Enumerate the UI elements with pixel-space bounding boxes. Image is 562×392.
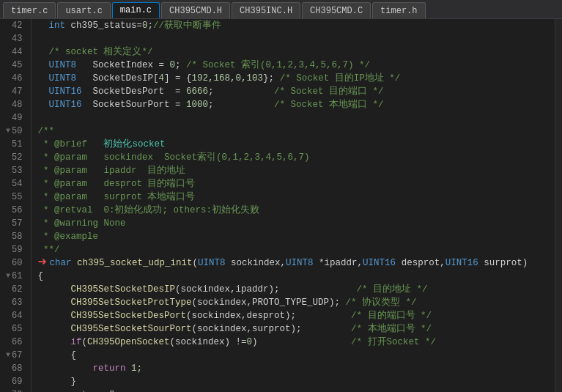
- line-number-69: 69: [6, 375, 25, 388]
- line-number-65: 65: [6, 322, 25, 336]
- line-number-44: 44: [6, 45, 25, 59]
- code-line-59: **/: [37, 243, 549, 256]
- code-line-70: return 0;: [37, 388, 549, 392]
- tab-timer-h[interactable]: timer.h: [372, 2, 425, 18]
- line-number-56: 56: [6, 204, 25, 217]
- code-line-64: CH395SetSocketDesPort(sockindex,desprot)…: [37, 309, 549, 322]
- line-number-53: 53: [6, 164, 25, 177]
- tab-ch395inc-h[interactable]: CH395INC.H: [232, 2, 300, 18]
- line-numbers: 4243444546474849▼5051525354555657585960▼…: [0, 19, 32, 392]
- code-line-56: * @retval 0:初始化成功; others:初始化失败: [37, 204, 549, 217]
- line-number-54: 54: [6, 177, 25, 191]
- line-number-42: 42: [6, 19, 25, 32]
- code-line-52: * @param sockindex Socket索引(0,1,2,3,4,5,…: [37, 151, 549, 164]
- tab-usart-c[interactable]: usart.c: [57, 2, 110, 18]
- line-number-43: 43: [6, 32, 25, 45]
- code-line-63: CH395SetSocketProtType(sockindex,PROTO_T…: [37, 296, 549, 309]
- code-line-44: /* socket 相关定义*/: [37, 45, 549, 59]
- code-content: int ch395_status=0;//获取中断事件 /* socket 相关…: [32, 19, 555, 392]
- line-number-60: 60: [6, 256, 25, 270]
- line-number-63: 63: [6, 296, 25, 309]
- code-line-69: }: [37, 375, 549, 388]
- code-line-42: int ch395_status=0;//获取中断事件: [37, 19, 549, 32]
- code-line-55: * @param surprot 本地端口号: [37, 191, 549, 204]
- code-line-62: CH395SetSocketDesIP(sockindex,ipaddr); /…: [37, 283, 549, 296]
- line-number-50: ▼50: [6, 125, 25, 138]
- line-number-59: 59: [6, 243, 25, 256]
- code-line-43: [37, 32, 549, 45]
- code-line-65: CH395SetSocketSourPort(sockindex,surprot…: [37, 322, 549, 336]
- line-number-57: 57: [6, 217, 25, 230]
- tab-main-c[interactable]: main.c: [112, 2, 160, 18]
- code-line-45: UINT8 SocketIndex = 0; /* Socket 索引(0,1,…: [37, 59, 549, 72]
- code-line-67: {: [37, 349, 549, 362]
- line-number-62: 62: [6, 283, 25, 296]
- scrollbar[interactable]: [555, 19, 562, 392]
- code-line-49: [37, 111, 549, 125]
- code-line-51: * @brief 初始化socket: [37, 138, 549, 151]
- tab-ch395cmd-h[interactable]: CH395CMD.H: [161, 2, 230, 18]
- code-line-47: UINT16 SocketDesPort = 6666; /* Socket 目…: [37, 85, 549, 98]
- code-line-57: * @warning None: [37, 217, 549, 230]
- code-line-50: /**: [37, 125, 549, 138]
- line-number-55: 55: [6, 191, 25, 204]
- line-number-45: 45: [6, 59, 25, 72]
- code-line-61: {: [37, 270, 549, 283]
- code-line-53: * @param ipaddr 目的地址: [37, 164, 549, 177]
- tab-ch395cmd-c[interactable]: CH395CMD.C: [302, 2, 371, 18]
- line-number-61: ▼61: [6, 270, 25, 283]
- line-number-58: 58: [6, 230, 25, 243]
- line-number-67: ▼67: [6, 349, 25, 362]
- code-line-54: * @param desprot 目的端口号: [37, 177, 549, 191]
- tab-bar: timer.cusart.cmain.cCH395CMD.HCH395INC.H…: [0, 0, 562, 19]
- line-number-48: 48: [6, 98, 25, 111]
- line-number-66: 66: [6, 336, 25, 349]
- code-line-66: if(CH395OpenSocket(sockindex) !=0) /* 打开…: [37, 336, 549, 349]
- code-line-58: * @example: [37, 230, 549, 243]
- line-number-64: 64: [6, 309, 25, 322]
- code-line-60: ➜char ch395_socket_udp_init(UINT8 sockin…: [37, 256, 549, 270]
- code-line-46: UINT8 SocketDesIP[4] = {192,168,0,103}; …: [37, 72, 549, 85]
- line-number-49: 49: [6, 111, 25, 125]
- code-line-48: UINT16 SocketSourPort = 1000; /* Socket …: [37, 98, 549, 111]
- line-number-46: 46: [6, 72, 25, 85]
- line-number-51: 51: [6, 138, 25, 151]
- tab-timer-c[interactable]: timer.c: [3, 2, 56, 18]
- line-number-47: 47: [6, 85, 25, 98]
- line-number-68: 68: [6, 362, 25, 375]
- code-line-68: return 1;: [37, 362, 549, 375]
- line-number-52: 52: [6, 151, 25, 164]
- code-area: 4243444546474849▼5051525354555657585960▼…: [0, 19, 562, 392]
- line-number-70: 70: [6, 388, 25, 392]
